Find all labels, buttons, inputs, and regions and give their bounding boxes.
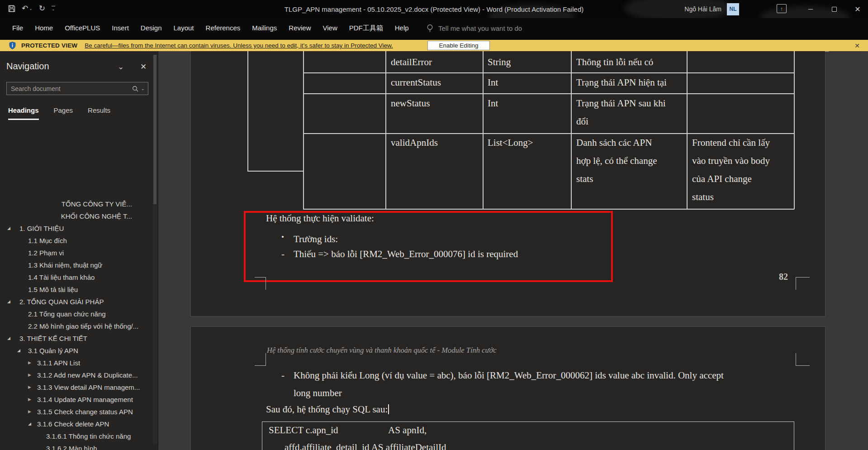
nav-tree-item[interactable]: ◢3.1.6 Check delete APN (0, 418, 152, 430)
search-input[interactable] (7, 85, 132, 92)
nav-tree-item[interactable]: TỔNG CÔNG TY VIỄ... (0, 198, 152, 210)
collapse-triangle-icon[interactable]: ◢ (7, 222, 10, 235)
ribbon-tab-design[interactable]: Design (135, 18, 168, 38)
expand-triangle-icon[interactable]: ▶ (28, 369, 31, 381)
minimize-button[interactable]: ─ (800, 0, 821, 18)
ribbon-tab-references[interactable]: References (200, 18, 247, 38)
page2-running-header: Hệ thống tính cước chuyển vùng và thanh … (267, 346, 497, 355)
nav-tree-item[interactable]: ▶3.1.1 APN List (0, 357, 152, 369)
nav-tree-item[interactable]: ▶3.1.2 Add new APN & Duplicate... (0, 369, 152, 381)
protected-view-message-link[interactable]: Be careful—files from the Internet can c… (85, 42, 393, 49)
ribbon-tab-file[interactable]: File (6, 18, 29, 38)
collapse-triangle-icon[interactable]: ◢ (7, 332, 10, 345)
expand-triangle-icon[interactable]: ▶ (28, 357, 31, 369)
tell-me-box[interactable]: Tell me what you want to do (426, 18, 522, 38)
enable-editing-button[interactable]: Enable Editing (427, 41, 490, 50)
nav-tree-item[interactable]: 3.1.6.1 Thông tin chức năng (0, 430, 152, 442)
nav-item-label: 3.1.5 Check change status APN (37, 406, 133, 418)
validate-bullet-2: Thiếu => báo lỗi [RM2_Web_Error_000076] … (294, 249, 518, 260)
tab-pages[interactable]: Pages (54, 106, 73, 120)
table-cell-desc: Thông tin lỗi nếu có (576, 53, 653, 71)
page-number: 82 (779, 272, 788, 282)
nav-tree-item[interactable]: ◢3. THIẾT KẾ CHI TIẾT (0, 332, 152, 345)
nav-item-label: 2. TỔNG QUAN GIẢI PHÁP (19, 296, 104, 308)
ribbon-tab-home[interactable]: Home (29, 18, 59, 38)
nav-tree-item[interactable]: 1.1 Mục đích (0, 235, 152, 247)
navigation-scrollbar-thumb[interactable] (153, 55, 157, 204)
collapse-triangle-icon[interactable]: ◢ (28, 418, 31, 430)
sql-line1-right: AS apnId, (388, 425, 427, 436)
lightbulb-icon (426, 24, 434, 33)
table-cell-field: detailError (391, 53, 432, 71)
nav-item-label: 3.1.6.1 Thông tin chức năng (46, 430, 131, 442)
table-border (794, 51, 795, 209)
table-cell-note: Frontend chỉ cần lấy vào truyền vào body… (692, 134, 770, 206)
protected-view-close-icon[interactable]: ✕ (852, 40, 863, 51)
table-cell-field: validApnIds (391, 134, 438, 152)
nav-tree-item[interactable]: 1.5 Mô tả tài liệu (0, 283, 152, 296)
ribbon-tab-help[interactable]: Help (389, 18, 415, 38)
expand-triangle-icon[interactable]: ▶ (28, 393, 31, 406)
table-cell-desc: Trạng thái APN hiện tại (576, 73, 667, 91)
nav-tree-item[interactable]: 1.3 Khái niệm, thuật ngữ (0, 259, 152, 271)
navigation-close-icon[interactable]: ✕ (140, 62, 147, 72)
undo-icon[interactable]: ↶ (22, 4, 28, 14)
table-cell-type: String (488, 53, 511, 71)
ribbon-tab-review[interactable]: Review (283, 18, 317, 38)
nav-item-label: 3.1.1 APN List (37, 357, 80, 369)
nav-tree-item[interactable]: ▶3.1.5 Check change status APN (0, 406, 152, 418)
nav-item-label: 3.1 Quản lý APN (28, 345, 78, 357)
close-button[interactable]: ✕ (847, 0, 868, 18)
ribbon-display-options-icon[interactable]: ↑ (777, 4, 787, 13)
table-border (303, 209, 794, 210)
tab-results[interactable]: Results (88, 106, 110, 120)
nav-tree-item[interactable]: KHỐI CÔNG NGHỆ T... (0, 210, 152, 222)
ribbon-tabs: FileHomeOfficePLUSInsertDesignLayoutRefe… (6, 18, 415, 38)
nav-tree-item[interactable]: ▶3.1.4 Update APN management (0, 393, 152, 406)
nav-tree-item[interactable]: 2.1 Tổng quan chức năng (0, 308, 152, 320)
ribbon-tab-mailings[interactable]: Mailings (246, 18, 283, 38)
nav-item-label: 2.1 Tổng quan chức năng (28, 308, 106, 320)
nav-tree-item[interactable]: 1.2 Phạm vi (0, 247, 152, 259)
ribbon-tab-insert[interactable]: Insert (106, 18, 135, 38)
ribbon-tab-officeplus[interactable]: OfficePLUS (59, 18, 106, 38)
nav-tree-item[interactable]: ◢1. GIỚI THIỆU (0, 222, 152, 235)
table-border (247, 51, 248, 171)
nav-tree-item[interactable]: 1.4 Tài liệu tham khảo (0, 271, 152, 283)
text-boundary-mark (796, 353, 810, 366)
text-boundary-mark (255, 353, 266, 366)
nav-tree-item[interactable]: ◢2. TỔNG QUAN GIẢI PHÁP (0, 296, 152, 308)
nav-tree-item[interactable]: 2.2 Mô hình giao tiếp với hệ thống/... (0, 320, 152, 332)
user-name: Ngô Hải Lâm (684, 5, 721, 13)
nav-item-label: 2.2 Mô hình giao tiếp với hệ thống/... (28, 320, 138, 332)
search-dropdown-icon[interactable]: ⌄ (141, 86, 145, 91)
save-icon[interactable] (8, 5, 15, 12)
protected-view-bar: PROTECTED VIEW Be careful—files from the… (0, 40, 868, 51)
ribbon-tab-bar: FileHomeOfficePLUSInsertDesignLayoutRefe… (0, 18, 868, 40)
dash-marker: - (281, 370, 285, 381)
user-avatar[interactable]: NL (727, 3, 739, 15)
customize-quick-access-toolbar-icon[interactable]: ⌄ (52, 6, 55, 11)
collapse-triangle-icon[interactable]: ◢ (17, 345, 20, 357)
nav-tree-item[interactable]: 3.1.6.2 Màn hình (0, 442, 152, 450)
restore-button[interactable] (824, 0, 844, 18)
tab-headings[interactable]: Headings (8, 106, 39, 120)
title-bar: ↶ ⌄ ↻ ⌄ TLGP_APN management - 05.10.2025… (0, 0, 868, 18)
undo-dropdown-icon[interactable]: ⌄ (29, 6, 33, 11)
ribbon-tab-layout[interactable]: Layout (168, 18, 200, 38)
table-border (303, 51, 304, 209)
nav-tree-item[interactable]: ◢3.1 Quản lý APN (0, 345, 152, 357)
nav-item-label: 3.1.4 Update APN management (37, 393, 133, 406)
ribbon-tab-view[interactable]: View (317, 18, 343, 38)
restore-icon (832, 7, 837, 12)
expand-triangle-icon[interactable]: ▶ (28, 381, 31, 393)
nav-tree-item[interactable]: ▶3.1.3 View detail APN managem... (0, 381, 152, 393)
expand-triangle-icon[interactable]: ▶ (28, 406, 31, 418)
search-icon[interactable] (132, 86, 138, 92)
ribbon-tab-pdf-[interactable]: PDF工具箱 (343, 18, 389, 38)
search-box[interactable]: ⌄ (6, 82, 148, 95)
collapse-triangle-icon[interactable]: ◢ (7, 296, 10, 308)
navigation-scrollbar[interactable] (153, 55, 157, 444)
redo-icon[interactable]: ↻ (39, 4, 45, 14)
navigation-options-chevron-icon[interactable]: ⌄ (118, 62, 124, 72)
